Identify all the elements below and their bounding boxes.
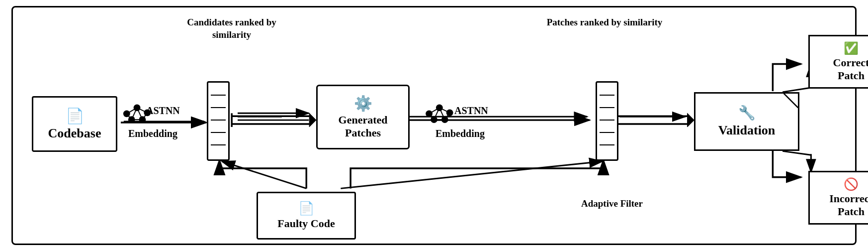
incorrect-patch-icon: 🚫 <box>844 177 859 191</box>
validation-label: Validation <box>718 123 776 138</box>
svg-line-37 <box>132 108 137 120</box>
incorrect-patch-box: 🚫 IncorrectPatch <box>808 171 868 225</box>
patches-ranked-annotation: Patches ranked by similarity <box>540 16 669 29</box>
svg-point-42 <box>431 116 437 123</box>
adaptive-filter-label: Adaptive Filter <box>562 198 662 210</box>
svg-line-44 <box>429 108 439 114</box>
svg-line-34 <box>127 114 132 120</box>
svg-point-27 <box>123 110 130 117</box>
svg-line-38 <box>137 108 143 120</box>
svg-line-49 <box>434 108 439 120</box>
svg-point-28 <box>134 105 141 112</box>
svg-line-10 <box>341 161 602 188</box>
svg-point-30 <box>128 116 135 123</box>
gear-icons: ⚙️ <box>354 95 372 112</box>
svg-point-40 <box>436 105 443 112</box>
svg-line-45 <box>439 108 450 113</box>
ranking-box-2 <box>596 81 618 161</box>
svg-line-46 <box>429 114 434 120</box>
faulty-code-label: Faulty Code <box>277 217 335 230</box>
faulty-code-doc-icon: 📄 <box>298 201 314 216</box>
svg-line-50 <box>439 108 445 120</box>
codebase-box: 📄 Codebase <box>32 96 117 152</box>
svg-marker-26 <box>688 113 694 127</box>
candidates-ranked-annotation: Candidates ranked by similarity <box>167 16 296 41</box>
generated-patches-label: GeneratedPatches <box>339 114 388 140</box>
correct-patch-icon: ✅ <box>844 41 859 55</box>
ranking-box-1 <box>207 81 230 161</box>
wrench-icon: 🔧 <box>738 105 756 121</box>
generated-patches-box: ⚙️ GeneratedPatches <box>316 85 410 149</box>
astnn-label-1: ASTNN <box>146 105 180 117</box>
svg-line-47 <box>445 113 450 120</box>
svg-line-13 <box>782 151 811 155</box>
astnn-label-2: ASTNN <box>454 105 488 117</box>
svg-point-41 <box>446 109 453 116</box>
diagram-container: 📄 Codebase Candidates ranked by similari… <box>0 0 868 251</box>
svg-line-32 <box>127 108 137 114</box>
codebase-label: Codebase <box>48 126 101 141</box>
codebase-doc-icon: 📄 <box>66 107 84 125</box>
svg-point-31 <box>139 116 146 123</box>
incorrect-patch-label: IncorrectPatch <box>829 192 868 219</box>
faulty-code-box: 📄 Faulty Code <box>257 192 356 240</box>
embedding-label-2: Embedding <box>435 128 485 139</box>
validation-box: 🔧 Validation <box>694 92 799 151</box>
embedding-label-1: Embedding <box>128 128 177 139</box>
flow-container: 📄 Codebase Candidates ranked by similari… <box>11 6 857 245</box>
svg-line-9 <box>222 161 306 188</box>
correct-patch-label: CorrectPatch <box>833 56 868 83</box>
svg-line-11 <box>782 88 811 92</box>
svg-marker-21 <box>309 113 316 127</box>
svg-point-39 <box>426 110 433 117</box>
correct-patch-box: ✅ CorrectPatch <box>808 35 868 89</box>
svg-point-43 <box>441 116 448 123</box>
